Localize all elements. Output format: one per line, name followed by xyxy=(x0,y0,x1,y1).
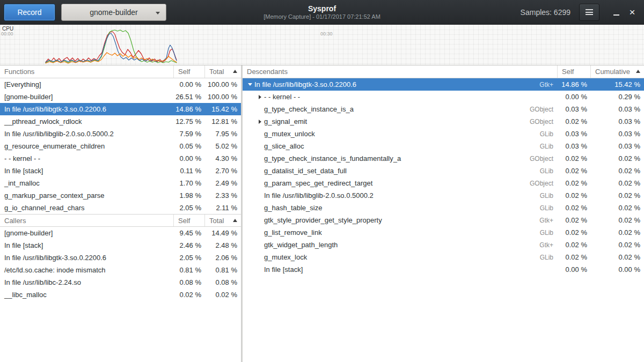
tree-row[interactable]: g_datalist_id_set_data_fullGLib0.02 %0.0… xyxy=(243,165,644,177)
function-name: In file /usr/lib/libglib-2.0.so.0.5000.2 xyxy=(264,191,374,200)
descendant-name-cell: In file /usr/lib/libglib-2.0.so.0.5000.2… xyxy=(243,191,558,200)
self-percent: 7.59 % xyxy=(174,130,205,138)
function-name: g_list_remove_link xyxy=(264,228,322,237)
tree-row[interactable]: g_param_spec_get_redirect_targetGObject0… xyxy=(243,177,644,189)
tree-row[interactable]: g_type_check_instance_is_fundamentally_a… xyxy=(243,152,644,165)
tree-row[interactable]: g_mutex_lockGLib0.02 %0.02 % xyxy=(243,251,644,263)
descendants-table-header: Descendants Self Cumulative xyxy=(243,65,644,78)
table-row[interactable]: - - kernel - -0.00 %4.30 % xyxy=(0,152,241,165)
functions-column-header[interactable]: Functions xyxy=(0,65,174,78)
cpu-graph[interactable]: CPU 00:00 00:30 xyxy=(0,25,644,65)
descendant-name-cell: gtk_widget_path_lengthGtk+ xyxy=(243,241,558,249)
function-name: g_io_channel_read_chars xyxy=(0,204,174,212)
tree-indent xyxy=(246,146,255,146)
callers-self-column-header[interactable]: Self xyxy=(174,215,205,226)
table-row[interactable]: __libc_malloc0.02 %0.02 % xyxy=(0,289,241,301)
table-row[interactable]: [gnome-builder]9.45 %14.49 % xyxy=(0,227,241,239)
descendant-name-cell: g_mutex_lockGLib xyxy=(243,253,558,261)
function-name: g_resource_enumerate_children xyxy=(0,142,174,150)
tree-row[interactable]: g_signal_emitGObject0.02 %0.03 % xyxy=(243,115,644,128)
close-button[interactable]: × xyxy=(624,4,640,20)
tree-row[interactable]: - - kernel - -0.00 %0.29 % xyxy=(243,91,644,103)
function-name: In file [stack] xyxy=(0,167,174,175)
tree-indent xyxy=(246,171,255,171)
table-row[interactable]: In file /usr/lib/libglib-2.0.so.0.5000.2… xyxy=(0,128,241,140)
tree-row[interactable]: In file /usr/lib/libglib-2.0.so.0.5000.2… xyxy=(243,189,644,202)
descendants-self-column-header[interactable]: Self xyxy=(558,65,591,78)
expander-closed-icon[interactable] xyxy=(255,95,264,99)
table-row[interactable]: In file [stack]2.46 %2.48 % xyxy=(0,239,241,252)
self-percent: 0.03 % xyxy=(558,105,591,113)
function-name: - - kernel - - xyxy=(0,154,174,162)
functions-self-column-header[interactable]: Self xyxy=(174,65,205,78)
function-name: In file [stack] xyxy=(0,241,174,249)
cumulative-percent: 0.03 % xyxy=(591,105,644,113)
expander-triangle xyxy=(259,95,261,99)
callers-total-column-header[interactable]: Total xyxy=(205,215,241,226)
record-button[interactable]: Record xyxy=(4,4,55,21)
tree-indent xyxy=(246,183,255,183)
cumulative-percent: 0.02 % xyxy=(591,216,644,224)
category-label: GObject xyxy=(530,180,558,187)
self-percent: 0.00 % xyxy=(558,265,591,274)
cumulative-percent: 15.42 % xyxy=(591,80,644,88)
tree-indent xyxy=(246,97,255,97)
descendant-name-cell: g_param_spec_get_redirect_targetGObject xyxy=(243,179,558,187)
self-percent: 14.86 % xyxy=(174,105,205,113)
tree-row[interactable]: gtk_style_provider_get_style_propertyGtk… xyxy=(243,214,644,226)
functions-total-column-header[interactable]: Total xyxy=(205,65,241,78)
tree-row[interactable]: g_type_check_instance_is_aGObject0.03 %0… xyxy=(243,103,644,115)
function-name: [Everything] xyxy=(0,80,174,88)
self-percent: 0.02 % xyxy=(558,216,591,224)
table-row[interactable]: In file /usr/lib/libgtk-3.so.0.2200.62.0… xyxy=(0,252,241,264)
function-name: In file /usr/lib/libgtk-3.so.0.2200.6 xyxy=(0,254,174,262)
self-column-label: Self xyxy=(178,217,190,225)
menu-button[interactable] xyxy=(579,4,599,21)
process-selector[interactable]: gnome-builder xyxy=(61,4,166,21)
self-percent: 9.45 % xyxy=(174,229,205,237)
category-label: Gtk+ xyxy=(539,217,558,224)
tree-row[interactable]: g_mutex_unlockGLib0.03 %0.03 % xyxy=(243,128,644,140)
cumulative-percent: 0.02 % xyxy=(591,204,644,212)
self-percent: 1.98 % xyxy=(174,191,205,200)
minimize-button[interactable] xyxy=(608,4,624,20)
descendants-column-header[interactable]: Descendants xyxy=(243,65,558,78)
function-name: /etc/ld.so.cache: inode mismatch xyxy=(0,266,174,274)
table-row[interactable]: In file [stack]0.11 %2.70 % xyxy=(0,165,241,177)
function-name: In file /usr/lib/libgtk-3.so.0.2200.6 xyxy=(254,80,356,88)
descendant-name-cell: g_hash_table_sizeGLib xyxy=(243,204,558,212)
table-row[interactable]: g_resource_enumerate_children0.05 %5.02 … xyxy=(0,140,241,152)
table-row[interactable]: [Everything]0.00 %100.00 % xyxy=(0,78,241,91)
descendants-cumulative-column-header[interactable]: Cumulative xyxy=(591,65,644,78)
cumulative-percent: 0.02 % xyxy=(591,253,644,261)
chevron-down-icon xyxy=(156,12,160,14)
table-row[interactable]: /etc/ld.so.cache: inode mismatch0.81 %0.… xyxy=(0,264,241,276)
table-row[interactable]: _int_malloc1.70 %2.49 % xyxy=(0,177,241,189)
table-row[interactable]: g_markup_parse_context_parse1.98 %2.33 % xyxy=(0,189,241,202)
cumulative-column-label: Cumulative xyxy=(595,68,630,76)
tree-row[interactable]: g_slice_allocGLib0.03 %0.03 % xyxy=(243,140,644,152)
table-row[interactable]: g_io_channel_read_chars2.05 %2.11 % xyxy=(0,202,241,214)
function-name: In file /usr/lib/libgtk-3.so.0.2200.6 xyxy=(0,105,174,113)
table-row[interactable]: [gnome-builder]26.51 %100.00 % xyxy=(0,91,241,103)
category-label: Gtk+ xyxy=(539,241,558,249)
function-name: __libc_malloc xyxy=(0,291,174,299)
callers-column-header[interactable]: Callers xyxy=(0,215,174,226)
table-row[interactable]: In file /usr/lib/libc-2.24.so0.08 %0.08 … xyxy=(0,276,241,289)
self-percent: 0.02 % xyxy=(558,253,591,261)
tree-row[interactable]: g_hash_table_sizeGLib0.02 %0.02 % xyxy=(243,202,644,214)
category-label: GLib xyxy=(540,143,558,150)
table-row[interactable]: In file /usr/lib/libgtk-3.so.0.2200.614.… xyxy=(0,103,241,115)
cpu-series-green xyxy=(46,30,177,63)
expander-closed-icon[interactable] xyxy=(255,120,264,124)
table-row[interactable]: __pthread_rwlock_rdlock12.75 %12.81 % xyxy=(0,115,241,128)
tree-row[interactable]: gtk_widget_path_lengthGtk+0.02 %0.02 % xyxy=(243,239,644,251)
tree-row[interactable]: In file [stack]0.00 %0.00 % xyxy=(243,263,644,276)
process-selector-label: gnome-builder xyxy=(90,8,138,17)
total-percent: 7.95 % xyxy=(205,130,241,138)
expander-open-icon[interactable] xyxy=(246,83,254,86)
self-column-label: Self xyxy=(562,68,574,76)
tree-row[interactable]: g_list_remove_linkGLib0.02 %0.02 % xyxy=(243,226,644,239)
function-name: In file /usr/lib/libglib-2.0.so.0.5000.2 xyxy=(0,130,174,138)
tree-row[interactable]: In file /usr/lib/libgtk-3.so.0.2200.6Gtk… xyxy=(243,78,644,91)
